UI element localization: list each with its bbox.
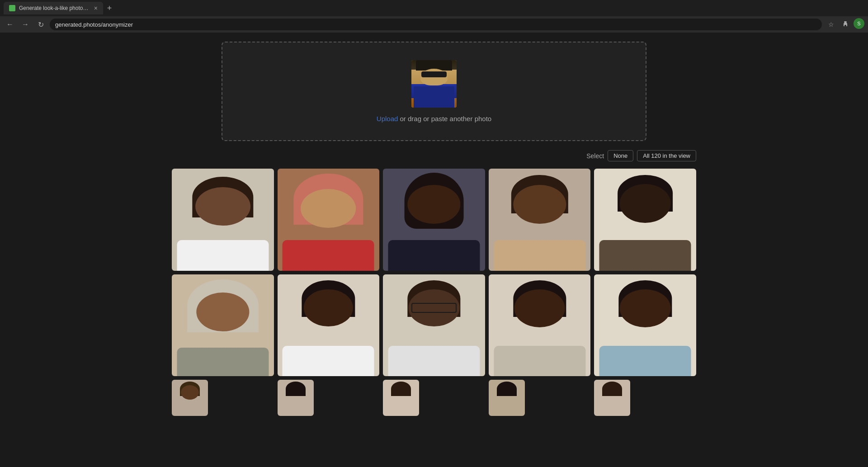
- profile-avatar[interactable]: S: [854, 18, 864, 29]
- photo-item[interactable]: [489, 169, 591, 271]
- browser-tabs: Generate look-a-like photos to p × +: [0, 0, 868, 16]
- photo-item[interactable]: [172, 274, 274, 377]
- photo-item[interactable]: [383, 380, 419, 416]
- photo-item[interactable]: [594, 274, 696, 377]
- upload-section: Upload or drag or paste another photo: [212, 42, 656, 141]
- upload-drop-zone[interactable]: Upload or drag or paste another photo: [222, 42, 646, 141]
- photo-item[interactable]: [594, 380, 630, 416]
- active-tab[interactable]: Generate look-a-like photos to p ×: [4, 2, 103, 14]
- tab-close-icon[interactable]: ×: [94, 5, 98, 12]
- extensions-icon[interactable]: [839, 18, 852, 31]
- photo-item[interactable]: [489, 380, 525, 416]
- uploaded-photo-preview: [411, 60, 457, 108]
- bookmark-icon[interactable]: ☆: [825, 18, 837, 31]
- upload-text-rest: or drag or paste another photo: [398, 115, 491, 123]
- upload-link[interactable]: Upload: [377, 115, 398, 123]
- photo-item[interactable]: [278, 274, 380, 377]
- page-content: Upload or drag or paste another photo Se…: [0, 33, 868, 434]
- photo-item[interactable]: [278, 169, 380, 271]
- select-label: Select: [586, 152, 604, 160]
- browser-chrome: Generate look-a-like photos to p × + ← →…: [0, 0, 868, 33]
- photo-item[interactable]: [172, 380, 208, 416]
- tab-title: Generate look-a-like photos to p: [19, 5, 90, 11]
- photo-item[interactable]: [278, 380, 314, 416]
- reload-button[interactable]: ↻: [34, 18, 47, 31]
- new-tab-button[interactable]: +: [103, 2, 116, 14]
- select-all-button[interactable]: All 120 in the view: [637, 150, 696, 161]
- tab-favicon: [9, 5, 15, 11]
- results-section: Select None All 120 in the view: [163, 150, 705, 416]
- back-button[interactable]: ←: [4, 18, 16, 31]
- photo-item[interactable]: [489, 274, 591, 377]
- select-none-button[interactable]: None: [608, 150, 633, 161]
- nav-actions: ☆ S: [825, 18, 864, 31]
- photo-item[interactable]: [172, 169, 274, 271]
- address-bar[interactable]: [50, 19, 822, 30]
- browser-nav-bar: ← → ↻ ☆ S: [0, 16, 868, 33]
- photo-item[interactable]: [383, 274, 485, 377]
- photo-grid: [172, 169, 696, 416]
- results-header: Select None All 120 in the view: [172, 150, 696, 161]
- forward-button[interactable]: →: [19, 18, 32, 31]
- upload-instructions: Upload or drag or paste another photo: [377, 115, 491, 123]
- photo-item[interactable]: [594, 169, 696, 271]
- photo-item[interactable]: [383, 169, 485, 271]
